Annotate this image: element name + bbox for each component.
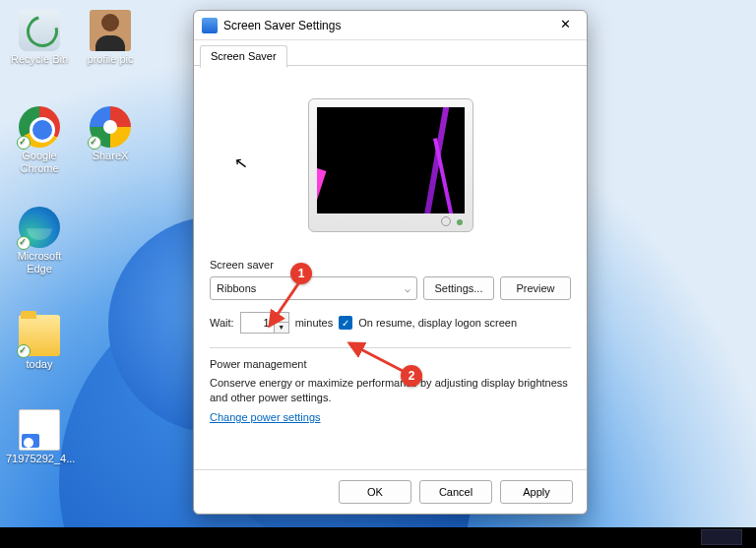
- recycle-bin-icon: [19, 10, 60, 51]
- titlebar[interactable]: Screen Saver Settings ✕: [194, 11, 587, 40]
- monitor-screen: [317, 107, 465, 213]
- annotation-arrow-2: [342, 337, 410, 377]
- close-button[interactable]: ✕: [551, 15, 579, 36]
- shortcut-badge-icon: [88, 136, 101, 150]
- annotation-badge-1: 1: [290, 263, 312, 284]
- spinner-down-button[interactable]: ▼: [275, 323, 288, 333]
- profile-pic-icon: [90, 10, 131, 51]
- desktop-icon-sharex[interactable]: ShareX: [77, 106, 144, 162]
- shortcut-badge-icon: [17, 344, 31, 358]
- app-icon: [202, 18, 218, 33]
- power-group-label: Power management: [210, 358, 571, 370]
- screensaver-group-label: Screen saver: [210, 259, 571, 271]
- window-title: Screen Saver Settings: [223, 19, 551, 32]
- combo-value: Ribbons: [217, 282, 256, 294]
- dialog-body: Screen saver Ribbons ⌵ Settings... Previ…: [194, 66, 587, 469]
- resume-checkbox[interactable]: ✓: [339, 316, 352, 330]
- folder-icon: [19, 315, 60, 356]
- desktop-icon-edge[interactable]: Microsoft Edge: [6, 207, 73, 275]
- screen-saver-settings-dialog: Screen Saver Settings ✕ Screen Saver Scr…: [193, 10, 588, 515]
- separator: [210, 347, 571, 348]
- taskbar[interactable]: [0, 527, 756, 548]
- icon-label: Google Chrome: [6, 150, 73, 175]
- image-file-icon: [19, 409, 60, 451]
- apply-button[interactable]: Apply: [500, 480, 573, 504]
- chrome-icon: [19, 106, 60, 148]
- wait-spinner[interactable]: ▲ ▼: [240, 312, 289, 334]
- tab-screen-saver[interactable]: Screen Saver: [200, 45, 287, 68]
- mouse-cursor-icon: ↖: [233, 152, 249, 173]
- spinner-up-button[interactable]: ▲: [275, 313, 288, 323]
- icon-label: Microsoft Edge: [6, 250, 73, 275]
- desktop-icon-image-file[interactable]: 71975292_4...: [6, 409, 73, 465]
- wait-label: Wait:: [210, 317, 234, 329]
- settings-button[interactable]: Settings...: [423, 276, 494, 300]
- sharex-icon: [90, 106, 131, 148]
- change-power-settings-link[interactable]: Change power settings: [210, 411, 321, 423]
- icon-label: Recycle Bin: [6, 53, 73, 66]
- ribbon-graphic: [317, 168, 327, 213]
- desktop-icon-recycle-bin[interactable]: Recycle Bin: [6, 10, 73, 66]
- ribbon-graphic: [317, 107, 330, 213]
- preview-button[interactable]: Preview: [500, 276, 571, 300]
- desktop-icon-profile-pic[interactable]: profile pic: [77, 10, 144, 66]
- minutes-label: minutes: [295, 317, 334, 329]
- cancel-button[interactable]: Cancel: [419, 480, 492, 504]
- annotation-badge-2: 2: [401, 365, 422, 387]
- preview-area: [210, 78, 571, 253]
- shortcut-badge-icon: [17, 236, 31, 250]
- chevron-down-icon: ⌵: [405, 283, 410, 294]
- power-description: Conserve energy or maximize performance …: [210, 376, 571, 405]
- taskbar-tray[interactable]: [701, 529, 742, 545]
- icon-label: profile pic: [77, 53, 144, 66]
- screensaver-combo[interactable]: Ribbons ⌵: [210, 276, 417, 300]
- desktop: Recycle Bin profile pic Google Chrome Sh…: [0, 0, 756, 548]
- ok-button[interactable]: OK: [339, 480, 411, 504]
- desktop-icon-today-folder[interactable]: today: [6, 315, 73, 371]
- ribbon-graphic: [433, 138, 465, 213]
- resume-label: On resume, display logon screen: [358, 317, 517, 329]
- desktop-icon-chrome[interactable]: Google Chrome: [6, 106, 73, 175]
- monitor-preview: [308, 98, 473, 232]
- edge-icon: [19, 207, 60, 248]
- ribbon-graphic: [407, 107, 450, 213]
- icon-label: today: [6, 358, 73, 371]
- dialog-footer: OK Cancel Apply: [194, 469, 587, 514]
- shortcut-badge-icon: [17, 136, 31, 150]
- tab-strip: Screen Saver: [194, 40, 587, 66]
- icon-label: ShareX: [77, 150, 144, 162]
- icon-label: 71975292_4...: [6, 453, 73, 465]
- wait-input[interactable]: [240, 312, 274, 334]
